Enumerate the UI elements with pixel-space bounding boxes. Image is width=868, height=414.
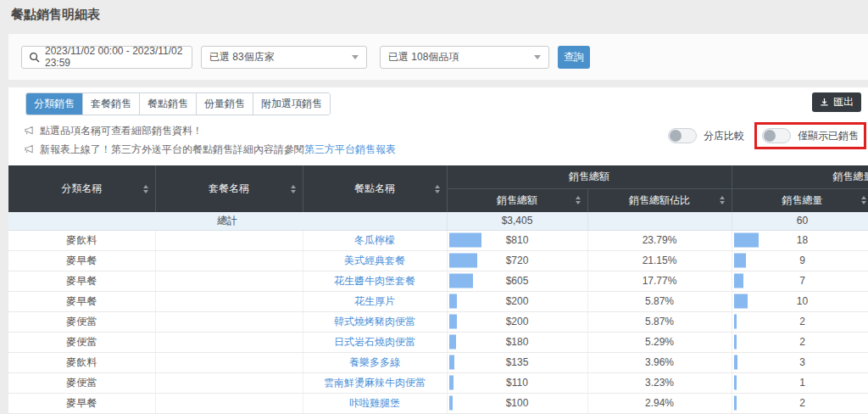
- tab-bar-row: 分類銷售套餐銷售餐點銷售份量銷售附加選項銷售 匯出: [8, 87, 868, 121]
- category-cell: 麥早餐: [8, 271, 155, 291]
- megaphone-icon: [24, 144, 35, 154]
- tab[interactable]: 附加選項銷售: [253, 93, 330, 115]
- qty-bar: [734, 274, 743, 288]
- item-link[interactable]: 日式岩石燒肉便當: [334, 336, 415, 348]
- qty-value: 2: [799, 397, 805, 409]
- table-row: 麥早餐 美式經典套餐 $720 21.15% 9: [8, 250, 868, 271]
- item-link[interactable]: 冬瓜檸檬: [354, 234, 395, 246]
- sales-pct: 5.87%: [645, 316, 674, 327]
- tab[interactable]: 分類銷售: [26, 93, 82, 115]
- qty-bar: [734, 376, 737, 390]
- tab[interactable]: 餐點銷售: [139, 93, 196, 115]
- combo-cell: [155, 393, 303, 413]
- export-button[interactable]: 匯出: [812, 92, 861, 112]
- sales-value: $810: [506, 234, 529, 246]
- item-link[interactable]: 韓式燒烤豬肉便當: [334, 316, 415, 327]
- combo-cell: [155, 372, 303, 393]
- tab[interactable]: 套餐銷售: [82, 93, 139, 115]
- category-cell: 麥早餐: [8, 393, 155, 413]
- item-select[interactable]: 已選 108個品項: [380, 46, 549, 69]
- qty-value: 9: [799, 255, 805, 266]
- item-link[interactable]: 咔啦雞腿堡: [349, 397, 400, 409]
- branch-compare-toggle[interactable]: [668, 128, 697, 143]
- sales-value: $135: [506, 356, 529, 368]
- toggle-knob: [670, 130, 682, 142]
- qty-value: 1: [799, 377, 805, 389]
- sort-icon: [576, 196, 581, 204]
- tab[interactable]: 份量銷售: [196, 93, 253, 115]
- qty-bar: [734, 396, 737, 411]
- qty-value: 10: [797, 295, 808, 307]
- page-title: 餐點銷售明細表: [11, 7, 100, 23]
- item-link[interactable]: 花生厚片: [354, 295, 395, 307]
- qty-bar: [734, 315, 737, 329]
- category-cell: 麥便當: [8, 372, 155, 393]
- branch-compare-group: 分店比較: [668, 128, 744, 143]
- table-row: 麥便當 雲南鮮燙麻辣牛肉便當 $110 3.23% 1: [8, 372, 868, 393]
- header-category[interactable]: 分類名稱: [8, 165, 155, 212]
- download-icon: [820, 98, 829, 107]
- item-link[interactable]: 養樂多多綠: [349, 356, 400, 368]
- third-party-report-link[interactable]: 第三方平台銷售報表: [304, 143, 396, 155]
- header-item[interactable]: 餐點名稱: [303, 165, 447, 212]
- item-link[interactable]: 雲南鮮燙麻辣牛肉便當: [324, 377, 426, 389]
- qty-value: 2: [799, 316, 805, 327]
- sales-pct: 5.87%: [645, 295, 674, 307]
- date-range-input[interactable]: 2023/11/02 00:00 - 2023/11/02 23:59: [21, 46, 192, 69]
- category-cell: 麥早餐: [8, 291, 155, 311]
- date-range-value: 2023/11/02 00:00 - 2023/11/02 23:59: [45, 45, 185, 69]
- sales-bar: [449, 274, 473, 288]
- header-sales-group: 銷售總額: [447, 165, 732, 188]
- header-sales-pct[interactable]: 銷售總額佔比: [587, 188, 732, 212]
- notice-text: 新報表上線了！第三方外送平台的餐點銷售詳細內容請參閱第三方平台銷售報表: [40, 140, 396, 159]
- table-row: 麥便當 日式岩石燒肉便當 $180 5.29% 2: [8, 332, 868, 352]
- sold-only-toggle[interactable]: [762, 128, 791, 143]
- sales-value: $180: [506, 336, 529, 348]
- query-button[interactable]: 查詢: [558, 46, 590, 69]
- sales-value: $110: [506, 377, 528, 389]
- toggle-knob: [764, 130, 776, 142]
- branch-compare-label: 分店比較: [704, 129, 744, 143]
- sales-bar: [449, 335, 456, 350]
- sales-pct: 3.23%: [645, 377, 674, 389]
- sort-icon: [720, 196, 725, 204]
- qty-value: 18: [797, 234, 808, 246]
- chevron-down-icon: [352, 55, 359, 59]
- combo-cell: [155, 352, 303, 372]
- sales-value: $720: [506, 255, 529, 266]
- qty-value: 7: [799, 275, 805, 287]
- table-row: 麥便當 韓式燒烤豬肉便當 $200 5.87% 2: [8, 311, 868, 332]
- sold-only-label: 僅顯示已銷售: [798, 129, 859, 143]
- sales-bar: [449, 355, 454, 370]
- sales-pct: 3.96%: [645, 356, 674, 368]
- item-link[interactable]: 美式經典套餐: [344, 255, 405, 266]
- sales-value: $605: [506, 275, 529, 287]
- header-qty[interactable]: 銷售總量: [732, 188, 868, 212]
- store-select-value: 已選 83個店家: [209, 50, 275, 64]
- sort-icon: [143, 185, 148, 193]
- sales-table: 分類名稱 套餐名稱 餐點名稱 銷售總額 銷售總量: [8, 165, 868, 414]
- store-select[interactable]: 已選 83個店家: [201, 46, 367, 69]
- item-select-value: 已選 108個品項: [388, 50, 459, 64]
- qty-bar: [734, 254, 747, 268]
- chevron-down-icon: [534, 55, 541, 59]
- sales-pct: 23.79%: [643, 234, 677, 246]
- table-body: 總計 $3,405 60 麥飲料 冬瓜檸檬 $810 23.79% 18 麥早餐…: [8, 212, 868, 413]
- combo-cell: [155, 230, 303, 250]
- sort-icon: [291, 185, 296, 193]
- combo-cell: [155, 271, 303, 291]
- qty-bar: [734, 294, 748, 309]
- sales-pct: 2.94%: [645, 397, 674, 409]
- sales-value: $200: [506, 295, 529, 307]
- export-button-label: 匯出: [833, 95, 854, 109]
- header-combo[interactable]: 套餐名稱: [155, 165, 303, 212]
- toggle-controls: 分店比較 僅顯示已銷售: [668, 122, 866, 149]
- sort-icon: [435, 185, 440, 193]
- sales-pct: 21.15%: [643, 255, 677, 266]
- total-sales: $3,405: [447, 212, 587, 230]
- filter-panel: 2023/11/02 00:00 - 2023/11/02 23:59 已選 8…: [8, 34, 868, 80]
- table-row: 麥飲料 冬瓜檸檬 $810 23.79% 18: [8, 230, 868, 250]
- highlight-box: 僅顯示已銷售: [754, 122, 866, 149]
- item-link[interactable]: 花生醬牛肉堡套餐: [334, 275, 415, 287]
- header-sales[interactable]: 銷售總額: [447, 188, 587, 212]
